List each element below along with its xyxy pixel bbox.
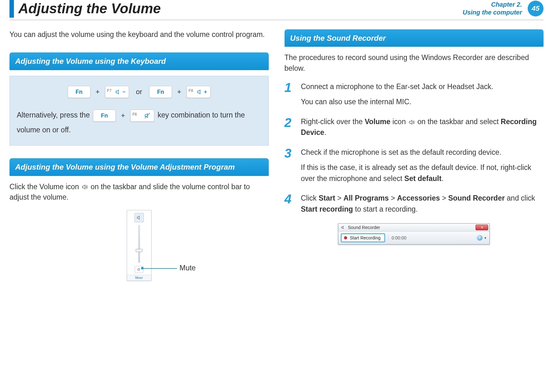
- sound-recorder-figure: Sound Recorder ✕ Start Recording 0:00:00…: [285, 223, 544, 244]
- record-icon: [344, 236, 347, 239]
- step-body: Connect a microphone to the Ear-set Jack…: [301, 81, 494, 107]
- t: All Programs: [343, 194, 389, 202]
- recorder-intro: The procedures to record sound using the…: [285, 52, 544, 74]
- t: Start: [319, 194, 335, 202]
- volume-up-icon: +: [196, 87, 207, 97]
- help-icon: ?: [477, 235, 482, 241]
- fn-key-2: Fn: [149, 86, 172, 98]
- mute-icon: [144, 112, 151, 119]
- start-recording-label: Start Recording: [350, 235, 380, 240]
- volume-slider-thumb[interactable]: [136, 249, 143, 252]
- step-number: 3: [285, 147, 295, 184]
- taskbar-volume-icon: [408, 118, 415, 126]
- section-heading-keyboard: Adjusting the Volume using the Keyboard: [9, 52, 269, 70]
- sound-recorder-body: Start Recording 0:00:00 ? ▼: [338, 232, 489, 244]
- help-dropdown[interactable]: ? ▼: [477, 235, 487, 241]
- steps-list: 1 Connect a microphone to the Ear-set Ja…: [285, 81, 544, 215]
- page-title: Adjusting the Volume: [18, 1, 161, 16]
- volume-down-icon: −: [115, 87, 125, 97]
- t: .: [441, 174, 443, 183]
- alt-combo-text: Alternatively, press the Fn + F6 key com…: [17, 108, 261, 137]
- step-body: Check if the microphone is set as the de…: [301, 147, 544, 184]
- t: Accessories: [397, 194, 440, 202]
- dropdown-arrow-icon: ▼: [484, 236, 487, 240]
- t: Start recording: [301, 205, 353, 213]
- mute-callout-label: Mute: [180, 264, 196, 272]
- taskbar-volume-icon: [81, 183, 89, 191]
- step-number: 1: [285, 81, 295, 107]
- t: to start a recording.: [353, 205, 418, 213]
- t: Click: [301, 194, 319, 202]
- close-button[interactable]: ✕: [476, 225, 488, 230]
- right-column: Using the Sound Recorder The procedures …: [285, 29, 544, 281]
- t: icon: [390, 118, 408, 126]
- t: .: [324, 128, 326, 136]
- recording-time: 0:00:00: [388, 235, 410, 240]
- volume-widget-speaker-icon: [134, 213, 144, 222]
- plus-symbol-3: +: [121, 109, 125, 123]
- alt-prefix: Alternatively, press the: [17, 111, 92, 119]
- step-2: 2 Right-click over the Volume icon on th…: [285, 116, 544, 138]
- t: on the taskbar and select: [415, 118, 501, 126]
- t: Volume: [365, 118, 390, 126]
- plus-symbol: +: [95, 85, 100, 99]
- callout-line: [142, 268, 177, 269]
- page-number-badge: 45: [528, 1, 544, 16]
- step-1: 1 Connect a microphone to the Ear-set Ja…: [285, 81, 544, 107]
- sound-recorder-title: Sound Recorder: [348, 225, 380, 230]
- step3-line2: If this is the case, it is already set a…: [301, 162, 544, 184]
- key-combo-row: Fn + F7 − or Fn + F8 +: [17, 84, 261, 99]
- or-text: or: [136, 85, 142, 99]
- title-wrap: Adjusting the Volume: [9, 0, 161, 18]
- page-header: Adjusting the Volume Chapter 2. Using th…: [9, 0, 544, 20]
- step-body: Right-click over the Volume icon on the …: [301, 116, 544, 138]
- f7-vol-down-key: F7 −: [105, 86, 129, 98]
- close-icon: ✕: [481, 226, 483, 230]
- plus-symbol-2: +: [177, 85, 181, 99]
- f8-label: F8: [189, 87, 193, 94]
- step-number: 2: [285, 116, 295, 138]
- section2-paragraph: Click the Volume icon on the taskbar and…: [9, 182, 269, 203]
- start-recording-button[interactable]: Start Recording: [341, 233, 385, 242]
- step-4: 4 Click Start > All Programs > Accessori…: [285, 193, 544, 214]
- keyboard-panel: Fn + F7 − or Fn + F8 +: [9, 76, 269, 146]
- f8-vol-up-key: F8 +: [187, 86, 211, 98]
- f6-mute-key: F6: [130, 110, 154, 122]
- speaker-icon: [341, 225, 345, 230]
- t: Right-click over the: [301, 118, 365, 126]
- volume-widget-figure: Mixer Mute: [9, 210, 269, 281]
- sound-recorder-window: Sound Recorder ✕ Start Recording 0:00:00…: [338, 223, 490, 244]
- f6-label: F6: [132, 111, 137, 118]
- volume-widget: Mixer: [127, 210, 151, 281]
- t: and click: [505, 194, 535, 202]
- t: >: [389, 194, 397, 202]
- step-3: 3 Check if the microphone is set as the …: [285, 147, 544, 184]
- section-heading-program: Adjusting the Volume using the Volume Ad…: [9, 158, 269, 176]
- left-column: You can adjust the volume using the keyb…: [9, 29, 269, 281]
- t: >: [335, 194, 343, 202]
- title-accent-bar: [9, 0, 14, 18]
- intro-paragraph: You can adjust the volume using the keyb…: [9, 29, 269, 40]
- fn-key: Fn: [68, 86, 90, 98]
- t: Sound Recorder: [448, 194, 505, 202]
- step1-line1: Connect a microphone to the Ear-set Jack…: [301, 81, 494, 92]
- mixer-link[interactable]: Mixer: [127, 275, 151, 280]
- fn-key-3: Fn: [93, 110, 116, 122]
- sound-recorder-titlebar: Sound Recorder ✕: [338, 224, 489, 232]
- chapter-line-2: Using the computer: [463, 9, 522, 16]
- chapter-info: Chapter 2. Using the computer: [463, 1, 522, 16]
- s2-text-a: Click the Volume icon: [9, 183, 81, 191]
- step3-line1: Check if the microphone is set as the de…: [301, 147, 544, 158]
- f7-label: F7: [107, 87, 112, 94]
- volume-slider[interactable]: [138, 225, 140, 263]
- step-number: 4: [285, 193, 295, 214]
- chapter-line-1: Chapter 2.: [463, 1, 522, 9]
- section-heading-recorder: Using the Sound Recorder: [285, 29, 544, 47]
- step1-line2: You can also use the internal MIC.: [301, 96, 494, 107]
- t: >: [440, 194, 448, 202]
- step-body: Click Start > All Programs > Accessories…: [301, 193, 544, 214]
- header-right: Chapter 2. Using the computer 45: [463, 1, 544, 18]
- t: Set default: [404, 174, 442, 183]
